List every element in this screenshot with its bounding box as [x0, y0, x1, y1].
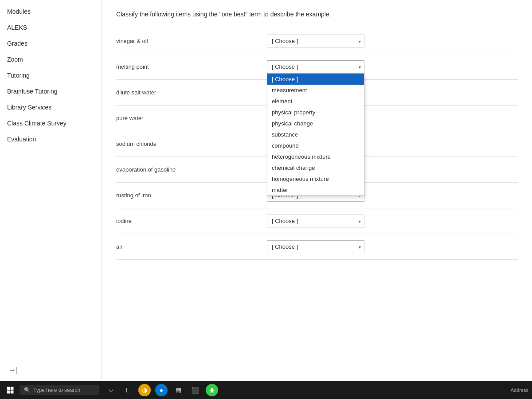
question-select-wrapper-q8: [ Choose ]▾	[267, 215, 364, 227]
sidebar: ModulesALEKSGradesZoomTutoringBrainfuse …	[0, 0, 102, 381]
question-label-q9: air	[116, 243, 267, 250]
question-label-q6: evaporation of gasoline	[116, 166, 267, 173]
question-select-q9[interactable]: [ Choose ]	[267, 240, 364, 253]
sidebar-item-class-climate-survey[interactable]: Class Climate Survey	[0, 115, 102, 131]
question-select-q1[interactable]: [ Choose ]	[267, 35, 364, 47]
taskbar-icon-l[interactable]: L	[121, 384, 134, 396]
svg-rect-3	[11, 391, 14, 394]
sidebar-item-grades[interactable]: Grades	[0, 35, 102, 51]
sidebar-bottom: →|	[0, 359, 102, 381]
dropdown-option-opt6[interactable]: compound	[267, 140, 364, 151]
dropdown-option-opt7[interactable]: heterogeneous mixture	[267, 151, 364, 162]
svg-rect-1	[11, 387, 14, 390]
dropdown-option-opt5[interactable]: substance	[267, 129, 364, 140]
question-row: air[ Choose ]▾	[116, 234, 518, 260]
question-row: vinegar & oil[ Choose ]▾	[116, 28, 518, 54]
sidebar-collapse-button[interactable]: →|	[7, 364, 20, 376]
question-label-q8: iodine	[116, 218, 267, 224]
sidebar-item-zoom[interactable]: Zoom	[0, 51, 102, 67]
dropdown-option-opt10[interactable]: matter	[267, 184, 364, 196]
taskbar: 🔍 Type here to search ○ L ◑ ● ▦ ⬛ ◉ Addr…	[0, 381, 532, 399]
dropdown-list: [ Choose ]measurementelementphysical pro…	[267, 73, 364, 196]
sidebar-item-tutoring[interactable]: Tutoring	[0, 67, 102, 83]
question-row: melting point[ Choose ]▾[ Choose ]measur…	[116, 54, 518, 80]
dropdown-option-opt1[interactable]: measurement	[267, 85, 364, 96]
question-select-q8[interactable]: [ Choose ]	[267, 215, 364, 227]
question-label-q5: sodium chloride	[116, 141, 267, 147]
dropdown-option-opt2[interactable]: element	[267, 96, 364, 107]
dropdown-option-opt3[interactable]: physical property	[267, 107, 364, 118]
main-content: Classify the following items using the "…	[102, 0, 532, 381]
question-label-q4: pure water	[116, 115, 267, 121]
taskbar-icon-edge[interactable]: ●	[155, 384, 168, 396]
question-select-wrapper-q2: [ Choose ]▾[ Choose ]measurementelementp…	[267, 60, 364, 73]
taskbar-icon-browser[interactable]: ◑	[138, 384, 151, 396]
question-select-wrapper-q1: [ Choose ]▾	[267, 35, 364, 47]
dropdown-option-opt8[interactable]: chemical change	[267, 162, 364, 173]
taskbar-right: Address	[511, 387, 528, 393]
sidebar-item-brainfuse-tutoring[interactable]: Brainfuse Tutoring	[0, 83, 102, 99]
sidebar-item-modules[interactable]: Modules	[0, 4, 102, 20]
taskbar-icon-files[interactable]: ▦	[172, 384, 184, 396]
sidebar-item-evaluation[interactable]: Evaluation	[0, 131, 102, 147]
sidebar-item-aleks[interactable]: ALEKS	[0, 20, 102, 35]
sidebar-item-library-services[interactable]: Library Services	[0, 99, 102, 115]
taskbar-address-label: Address	[511, 387, 528, 393]
dropdown-option-opt9[interactable]: homogeneous mixture	[267, 173, 364, 184]
question-label-q3: dilute salt water	[116, 89, 267, 96]
taskbar-search-label: Type here to search	[33, 387, 80, 393]
dropdown-option-opt0[interactable]: [ Choose ]	[267, 74, 364, 85]
start-button[interactable]	[4, 383, 17, 397]
taskbar-icon-app[interactable]: ◉	[206, 384, 218, 396]
taskbar-icon-o[interactable]: ○	[105, 384, 117, 396]
page-instruction: Classify the following items using the "…	[116, 11, 518, 18]
question-label-q2: melting point	[116, 63, 267, 70]
question-row: iodine[ Choose ]▾	[116, 208, 518, 234]
question-select-wrapper-q9: [ Choose ]▾	[267, 240, 364, 253]
taskbar-icons: ○ L ◑ ● ▦ ⬛ ◉	[105, 384, 218, 396]
dropdown-option-opt4[interactable]: physical change	[267, 118, 364, 129]
question-label-q1: vinegar & oil	[116, 38, 267, 44]
question-label-q7: rusting of iron	[116, 192, 267, 199]
taskbar-search[interactable]: 🔍 Type here to search	[20, 385, 99, 395]
svg-rect-2	[7, 391, 10, 394]
svg-rect-0	[7, 387, 10, 390]
search-icon: 🔍	[24, 387, 31, 393]
taskbar-icon-media[interactable]: ⬛	[189, 384, 201, 396]
question-select-q2[interactable]: [ Choose ]	[267, 60, 364, 73]
